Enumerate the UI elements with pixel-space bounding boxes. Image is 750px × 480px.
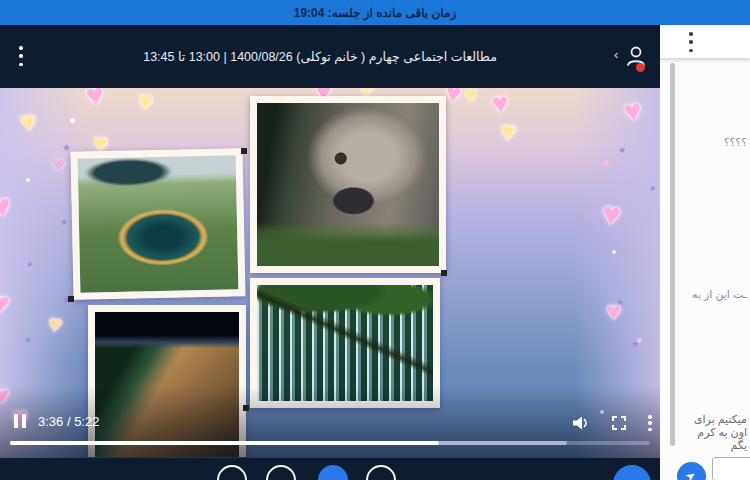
chat-message-line: اون به کرم	[663, 426, 747, 439]
heart-decoration	[622, 95, 644, 127]
heart-decoration	[52, 154, 65, 176]
photo-aerial-crater-lake	[70, 148, 245, 300]
frame-handle	[441, 270, 447, 276]
sparkle-dot	[612, 250, 616, 254]
send-message-button[interactable]: ➤	[677, 462, 706, 480]
sparkle-dot	[600, 410, 604, 414]
chat-input[interactable]	[712, 457, 750, 480]
toolbar-circle-button-3-active[interactable]	[318, 465, 348, 480]
heart-decoration	[491, 89, 510, 119]
header-menu-icon[interactable]	[14, 46, 28, 66]
frame-handle	[241, 148, 247, 154]
pause-button[interactable]	[14, 414, 26, 428]
photo-coastline-space	[88, 305, 246, 457]
session-timer-text: زمان باقی مانده از جلسه: 19:04	[294, 6, 456, 20]
volume-icon[interactable]	[572, 415, 590, 431]
bottom-toolbar	[0, 458, 660, 480]
chat-message-line: یگم	[663, 439, 747, 452]
heart-decoration	[19, 107, 38, 137]
photo-waterfall	[250, 278, 440, 408]
chat-message: میکنیم برای اون به کرم یگم	[663, 413, 747, 452]
toolbar-circle-button-4[interactable]	[366, 465, 396, 480]
star-decoration	[616, 298, 624, 307]
sparkle-dot	[637, 338, 642, 343]
heart-decoration	[499, 117, 518, 147]
photo-koala	[250, 96, 446, 273]
star-decoration	[64, 370, 73, 380]
heart-decoration	[444, 88, 463, 107]
chat-scrollbar[interactable]	[670, 63, 675, 446]
chat-sidebar: ؟؟؟؟ ـت این از به میکنیم برای اون به کرم…	[660, 25, 750, 480]
chat-input-row: ➤	[660, 454, 750, 480]
class-title: مطالعات اجتماعی چهارم ( خانم توکلی) 1400…	[60, 25, 580, 88]
sparkle-dot	[70, 118, 75, 123]
sparkle-dot	[604, 160, 609, 165]
progress-played	[10, 441, 439, 445]
toolbar-circle-button-1[interactable]	[217, 465, 247, 480]
toolbar-blue-fab-button[interactable]	[613, 465, 651, 480]
paper-plane-icon: ➤	[683, 467, 699, 480]
sparkle-dot	[26, 178, 30, 182]
star-decoration	[60, 218, 68, 227]
player-more-options-icon[interactable]	[648, 415, 652, 431]
time-display: 3:36 / 5:22	[38, 414, 99, 429]
heart-decoration	[84, 88, 106, 111]
chat-message: ؟؟؟؟	[724, 136, 747, 149]
fullscreen-icon[interactable]	[612, 416, 626, 430]
frame-handle	[68, 296, 74, 302]
heart-decoration	[0, 189, 14, 224]
star-decoration	[26, 261, 33, 269]
video-player-surface[interactable]: 3:36 / 5:22	[0, 88, 660, 458]
session-timer-bar: زمان باقی مانده از جلسه: 19:04	[0, 0, 750, 25]
heart-decoration	[46, 311, 64, 337]
heart-decoration	[0, 382, 9, 408]
frame-handle	[243, 405, 249, 411]
chat-sidebar-header	[660, 25, 750, 58]
notification-badge	[636, 63, 645, 72]
chat-message-line: میکنیم برای	[663, 413, 747, 426]
chat-message-area: ؟؟؟؟ ـت این از به میکنیم برای اون به کرم…	[660, 58, 750, 454]
participants-icon[interactable]: ‹	[616, 44, 646, 70]
star-decoration	[24, 336, 32, 345]
star-decoration	[618, 146, 626, 155]
class-header: مطالعات اجتماعی چهارم ( خانم توکلی) 1400…	[0, 25, 660, 88]
heart-decoration	[0, 287, 12, 319]
chat-message: ـت این از به	[692, 288, 747, 301]
heart-decoration	[137, 88, 155, 115]
chat-menu-icon[interactable]	[684, 32, 698, 52]
app-body: مطالعات اجتماعی چهارم ( خانم توکلی) 1400…	[0, 25, 750, 480]
stage: مطالعات اجتماعی چهارم ( خانم توکلی) 1400…	[0, 25, 660, 480]
star-decoration	[649, 185, 656, 193]
progress-bar[interactable]	[10, 441, 650, 445]
chevron-left-icon: ‹	[614, 47, 618, 62]
heart-decoration	[600, 197, 622, 231]
toolbar-circle-button-2[interactable]	[266, 465, 296, 480]
heart-decoration	[464, 88, 477, 106]
